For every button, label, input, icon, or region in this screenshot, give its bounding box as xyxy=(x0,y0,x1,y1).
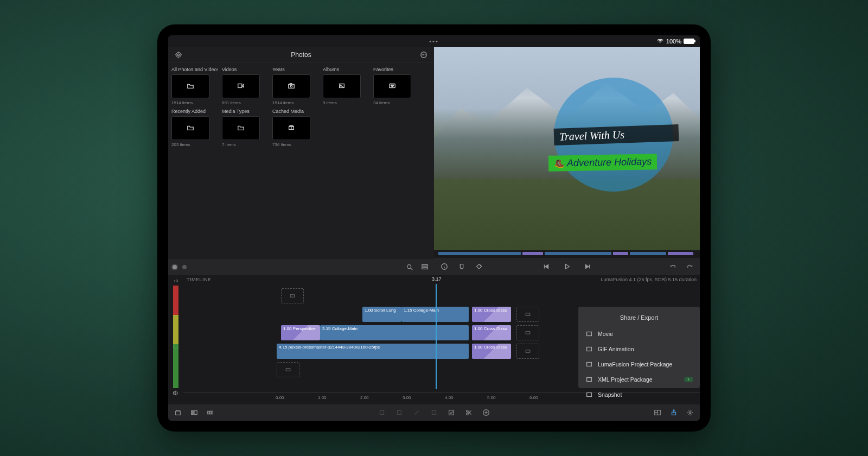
redo-icon[interactable] xyxy=(685,262,694,271)
svg-point-39 xyxy=(467,410,469,413)
checkbox-icon[interactable] xyxy=(447,408,456,417)
library-source-icon[interactable] xyxy=(174,50,183,60)
empty-clip-slot[interactable] xyxy=(516,344,539,359)
playhead-time: 3.17 xyxy=(432,276,442,282)
empty-clip-slot[interactable] xyxy=(277,362,299,377)
export-icon[interactable] xyxy=(174,408,182,417)
export-option-label: Snapshot xyxy=(598,391,622,398)
category-count: 1514 items xyxy=(171,100,218,105)
export-option-label: LumaFusion Project Package xyxy=(598,361,672,368)
category-label: Media Types xyxy=(222,109,268,114)
tool-icon[interactable] xyxy=(395,408,404,417)
category-thumb xyxy=(171,116,209,140)
category-count: 9 items xyxy=(323,100,369,105)
category-item[interactable]: Recently Added 203 items xyxy=(171,109,218,147)
status-bar: ••• 100% xyxy=(168,35,700,47)
skip-forward-icon[interactable] xyxy=(583,262,592,271)
svg-point-8 xyxy=(290,85,292,87)
library-options-icon[interactable] xyxy=(419,50,429,60)
multitask-dots[interactable]: ••• xyxy=(429,38,439,45)
empty-clip-slot[interactable] xyxy=(281,288,304,303)
ruler-tick: 2.00 xyxy=(360,395,369,400)
gif-icon xyxy=(585,345,593,353)
tool-icon[interactable] xyxy=(412,408,421,417)
category-item[interactable]: Media Types 7 items xyxy=(222,109,268,147)
timeline-clip[interactable]: 1.00 Perspective xyxy=(281,325,320,340)
svg-rect-27 xyxy=(176,411,181,415)
export-option-label: Movie xyxy=(598,331,613,337)
library-title: Photos xyxy=(291,51,311,59)
svg-point-44 xyxy=(689,411,691,414)
category-item[interactable]: Years 1514 items xyxy=(272,67,318,105)
timeline-clip[interactable]: 1.15 Collage-Main xyxy=(401,307,469,322)
svg-rect-15 xyxy=(422,268,428,269)
category-label: Years xyxy=(272,67,318,72)
media-page-dot[interactable] xyxy=(173,265,177,269)
empty-clip-slot[interactable] xyxy=(516,307,539,322)
timeline-main[interactable]: TIMELINE 3.17 LumaFusion 4.1 (25 fps, SD… xyxy=(183,275,700,404)
keyframe-icon[interactable] xyxy=(474,262,484,271)
tool-icon[interactable] xyxy=(430,408,438,417)
timeline-section: +0 TIMELINE 3.17 LumaFusion 4.1 (25 fps,… xyxy=(168,275,700,404)
timeline-clip[interactable]: 1.00 Cross Disso xyxy=(472,344,511,359)
category-count: 891 items xyxy=(222,100,268,105)
export-option[interactable]: Snapshot xyxy=(578,387,700,402)
playhead[interactable] xyxy=(436,284,437,389)
speaker-icon[interactable] xyxy=(171,388,181,398)
svg-rect-18 xyxy=(526,313,530,316)
preview-subtitle: 🥾 Adventure Holidays xyxy=(548,154,657,171)
add-icon[interactable] xyxy=(482,408,490,417)
svg-rect-20 xyxy=(526,350,530,353)
category-item[interactable]: Videos 891 items xyxy=(222,67,268,105)
svg-point-5 xyxy=(425,54,425,55)
snapshot-icon xyxy=(585,391,593,398)
svg-rect-9 xyxy=(290,84,292,85)
library-footer xyxy=(168,259,434,275)
empty-clip-slot[interactable] xyxy=(516,325,539,340)
category-item[interactable]: Albums 9 items xyxy=(323,67,369,105)
export-option[interactable]: Movie xyxy=(578,326,700,341)
svg-rect-30 xyxy=(192,414,194,415)
search-icon[interactable] xyxy=(405,262,414,272)
svg-rect-19 xyxy=(526,332,530,334)
scrub-bar[interactable] xyxy=(434,250,700,258)
export-option[interactable]: LumaFusion Project Package xyxy=(578,357,700,372)
settings-icon[interactable] xyxy=(686,408,694,417)
timeline-clip[interactable]: 1.00 Cross Disso xyxy=(472,307,511,322)
ruler-tick: 4.00 xyxy=(445,395,454,400)
share-icon[interactable] xyxy=(669,408,678,417)
scissors-icon[interactable] xyxy=(464,408,473,417)
category-item[interactable]: All Photos and Videos 1514 items xyxy=(171,67,218,105)
skip-back-icon[interactable] xyxy=(541,262,551,271)
svg-point-13 xyxy=(407,265,411,269)
timeline-clip[interactable]: 1.00 Cross Disso xyxy=(472,325,511,340)
timeline-clip[interactable]: 4.15 pexels-pressmaster-3214448-3840x216… xyxy=(277,344,469,359)
media-page-dot[interactable] xyxy=(182,265,187,269)
tracks-icon[interactable] xyxy=(206,408,215,417)
timeline-clip[interactable]: 1.00 Scroll Long xyxy=(362,307,401,322)
plus-badge: + xyxy=(684,377,693,382)
svg-rect-34 xyxy=(212,411,213,414)
video-preview[interactable]: Travel With Us 🥾 Adventure Holidays xyxy=(434,47,700,250)
timeline-view-icon[interactable] xyxy=(190,408,199,417)
sort-icon[interactable] xyxy=(420,262,430,272)
info-icon[interactable] xyxy=(439,262,449,271)
svg-rect-21 xyxy=(286,369,290,371)
undo-icon[interactable] xyxy=(668,262,678,271)
category-label: All Photos and Videos xyxy=(171,67,218,72)
track-row[interactable] xyxy=(183,288,700,305)
playback-controls xyxy=(434,258,700,275)
category-item[interactable]: Favorites 34 items xyxy=(373,67,419,105)
svg-rect-32 xyxy=(208,411,209,414)
layout-icon[interactable] xyxy=(653,408,662,417)
category-label: Recently Added xyxy=(171,109,218,114)
tool-icon[interactable] xyxy=(378,408,386,417)
export-option[interactable]: GIF Animation xyxy=(578,341,700,357)
timeline-clip[interactable]: 3.15 Collage-Main xyxy=(320,325,469,340)
export-option[interactable]: XML Project Package + xyxy=(578,372,700,387)
play-icon[interactable] xyxy=(562,262,572,271)
app-screen: ••• 100% Photos All Photos and Videos 15… xyxy=(168,35,700,421)
svg-point-40 xyxy=(467,413,469,415)
category-item[interactable]: Cached Media 736 items xyxy=(272,109,318,147)
marker-icon[interactable] xyxy=(457,262,467,271)
